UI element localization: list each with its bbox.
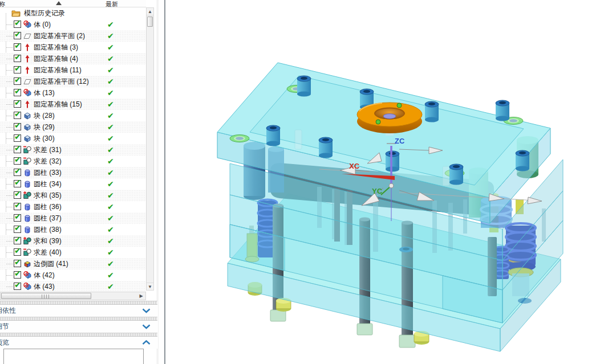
feature-label[interactable]: 块 (28) [34, 110, 55, 121]
row-checkbox[interactable]: ✔ [14, 203, 21, 210]
graphics-viewport[interactable]: ZC XC YC [165, 0, 616, 364]
tree-row[interactable]: ✔块 (29)✔ [0, 121, 146, 133]
feature-label[interactable]: 固定基准平面 (2) [34, 30, 85, 42]
row-checkbox[interactable]: ✔ [14, 55, 21, 62]
row-checkbox[interactable]: ✔ [14, 226, 21, 233]
scroll-up-button[interactable]: ▲ [147, 8, 153, 15]
feature-label[interactable]: 体 (0) [34, 19, 51, 30]
row-checkbox[interactable]: ✔ [14, 248, 21, 256]
tree-row[interactable]: ✔求差 (40)✔ [0, 247, 146, 258]
name-column-header[interactable]: 名称 [0, 0, 5, 7]
yc-axis-label[interactable]: YC [372, 187, 383, 195]
feature-label[interactable]: 求差 (31) [34, 144, 62, 156]
tree-row[interactable]: ✔体 (0)✔ [0, 19, 146, 30]
scroll-down-button[interactable]: ▼ [147, 283, 153, 290]
tree-connector-stub [6, 173, 13, 173]
section-preview[interactable]: 预览 [0, 337, 157, 349]
xc-axis-label[interactable]: XC [349, 162, 360, 170]
row-checkbox[interactable]: ✔ [14, 112, 21, 119]
tree-row[interactable]: ✔边倒圆 (41)✔ [0, 258, 146, 269]
feature-label[interactable]: 圆柱 (36) [34, 201, 62, 212]
tree-row[interactable]: ✔固定基准轴 (3)✔ [0, 42, 146, 53]
feature-label[interactable]: 求差 (32) [34, 156, 62, 167]
tree-row[interactable]: ✔求和 (39)✔ [0, 235, 146, 247]
tree-row[interactable]: ✔体 (43)✔ [0, 281, 146, 292]
sort-ascending-icon[interactable] [56, 1, 62, 5]
row-checkbox[interactable]: ✔ [14, 77, 21, 85]
row-checkbox[interactable]: ✔ [14, 123, 21, 130]
checkbox-check-icon: ✔ [14, 85, 21, 97]
tree-row[interactable]: ✔求差 (31)✔ [0, 144, 146, 156]
row-checkbox[interactable]: ✔ [14, 157, 21, 165]
feature-label[interactable]: 圆柱 (34) [34, 178, 62, 190]
tree-row[interactable]: ✔求和 (35)✔ [0, 190, 146, 201]
feature-label[interactable]: 块 (29) [34, 121, 55, 133]
scrollbar-grip [42, 295, 50, 298]
row-checkbox[interactable]: ✔ [14, 43, 21, 51]
tree-row[interactable]: ✔块 (28)✔ [0, 110, 146, 121]
feature-label[interactable]: 圆柱 (37) [34, 212, 62, 224]
tree-row[interactable]: ✔固定基准轴 (15)✔ [0, 99, 146, 110]
row-checkbox[interactable]: ✔ [14, 146, 21, 153]
tree-row[interactable]: ✔体 (42)✔ [0, 269, 146, 281]
row-checkbox[interactable]: ✔ [14, 134, 21, 142]
row-checkbox[interactable]: ✔ [14, 271, 21, 279]
feature-label[interactable]: 求和 (35) [34, 190, 62, 201]
tree-row[interactable]: ✔圆柱 (36)✔ [0, 201, 146, 212]
row-checkbox[interactable]: ✔ [14, 169, 21, 176]
chevron-up-icon[interactable] [142, 340, 151, 345]
feature-label[interactable]: 边倒圆 (41) [34, 258, 68, 269]
row-checkbox[interactable]: ✔ [14, 100, 21, 108]
feature-label[interactable]: 固定基准轴 (4) [34, 53, 78, 64]
tree-row[interactable]: ✔固定基准轴 (11)✔ [0, 64, 146, 76]
tree-row[interactable]: ✔固定基准轴 (4)✔ [0, 53, 146, 64]
row-checkbox[interactable]: ✔ [14, 260, 21, 267]
row-checkbox[interactable]: ✔ [14, 180, 21, 187]
section-details[interactable]: 细节 [0, 321, 157, 333]
feature-label[interactable]: 体 (13) [34, 87, 55, 99]
chevron-down-icon[interactable] [142, 324, 151, 329]
tree-row[interactable]: ✔求差 (32)✔ [0, 156, 146, 167]
row-checkbox[interactable]: ✔ [14, 191, 21, 199]
scroll-right-button[interactable]: ▶ [137, 292, 145, 300]
horizontal-scrollbar-thumb[interactable] [1, 293, 91, 299]
row-checkbox[interactable]: ✔ [14, 237, 21, 244]
row-checkbox[interactable]: ✔ [14, 89, 21, 96]
tree-row[interactable]: ✔固定基准平面 (12)✔ [0, 76, 146, 87]
feature-label[interactable]: 块 (30) [34, 133, 55, 144]
vertical-scrollbar[interactable]: ▲ ▼ [146, 7, 154, 291]
mold-assembly-model[interactable]: ZC XC YC [165, 0, 616, 364]
row-checkbox[interactable]: ✔ [14, 214, 21, 222]
row-checkbox[interactable]: ✔ [14, 283, 21, 290]
section-dependencies[interactable]: 相依性 [0, 305, 157, 317]
latest-column-header[interactable]: 最新 [106, 0, 118, 7]
row-checkbox[interactable]: ✔ [14, 32, 21, 39]
tree-row[interactable]: ✔圆柱 (33)✔ [0, 167, 146, 178]
feature-label[interactable]: 固定基准轴 (15) [34, 99, 82, 110]
zc-axis-label[interactable]: ZC [395, 137, 405, 145]
tree-row[interactable]: ✔圆柱 (37)✔ [0, 212, 146, 224]
row-checkbox[interactable]: ✔ [14, 21, 21, 28]
feature-label[interactable]: 体 (43) [34, 281, 55, 292]
checkbox-check-icon: ✔ [14, 188, 21, 199]
feature-label[interactable]: 圆柱 (33) [34, 167, 62, 178]
feature-label[interactable]: 固定基准平面 (12) [34, 76, 89, 87]
feature-label[interactable]: 圆柱 (38) [34, 224, 62, 235]
tree-root-model-history[interactable]: 模型历史记录 [0, 7, 146, 19]
tree-row[interactable]: ✔圆柱 (38)✔ [0, 224, 146, 235]
tree-row[interactable]: ✔固定基准平面 (2)✔ [0, 30, 146, 42]
tree-row[interactable]: ✔体 (13)✔ [0, 87, 146, 99]
vertical-scrollbar-thumb[interactable] [147, 17, 153, 27]
row-checkbox[interactable]: ✔ [14, 66, 21, 73]
chevron-down-icon[interactable] [142, 308, 151, 313]
horizontal-scrollbar[interactable]: ▶ [0, 292, 146, 300]
feature-label[interactable]: 固定基准轴 (3) [34, 42, 78, 53]
feature-label[interactable]: 求和 (39) [34, 235, 62, 247]
feature-label[interactable]: 体 (42) [34, 269, 55, 281]
up-to-date-check-icon: ✔ [107, 269, 114, 281]
tree-row[interactable]: ✔块 (30)✔ [0, 133, 146, 144]
tree-row[interactable]: ✔圆柱 (34)✔ [0, 178, 146, 190]
checkbox-check-icon: ✔ [14, 199, 21, 211]
feature-label[interactable]: 固定基准轴 (11) [34, 64, 82, 76]
feature-label[interactable]: 求差 (40) [34, 247, 62, 258]
